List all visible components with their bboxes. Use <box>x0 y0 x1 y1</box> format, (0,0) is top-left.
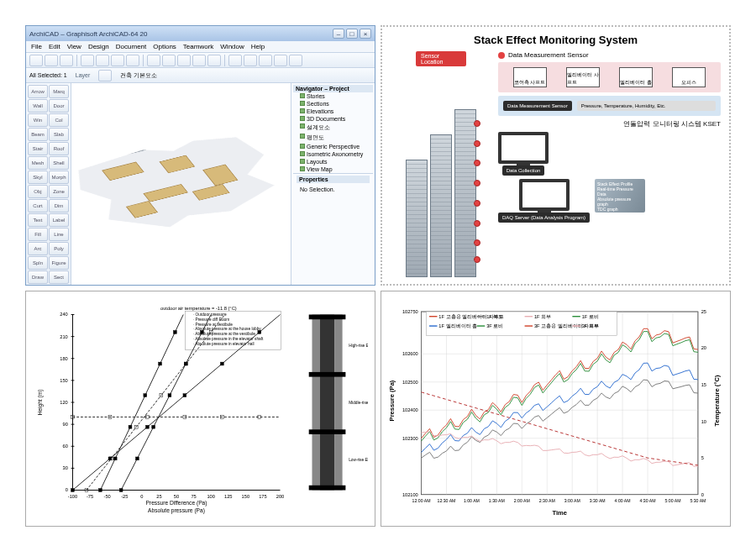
svg-text:90: 90 <box>62 422 67 427</box>
tool-slab[interactable]: Slab <box>49 128 69 141</box>
tool-arrow[interactable]: Arrow <box>28 85 48 98</box>
menu-item[interactable]: Document <box>116 43 146 50</box>
tool-wall[interactable]: Wall <box>28 99 48 113</box>
tool-curtainwall[interactable]: Curt <box>28 199 48 213</box>
tree-item[interactable]: 평면도 <box>293 133 373 143</box>
tree-item[interactable]: Generic Perspective <box>293 143 373 150</box>
tree-item[interactable]: Isometric Axonometry <box>293 150 373 158</box>
tool-window[interactable]: Win <box>28 113 48 127</box>
svg-text:102100: 102100 <box>402 492 418 497</box>
tool-text[interactable]: Text <box>28 213 48 227</box>
svg-text:High-rise Elevator Zone: High-rise Elevator Zone <box>349 344 368 348</box>
close-button[interactable]: × <box>360 29 371 39</box>
toolbar-btn[interactable] <box>81 55 94 66</box>
toolbar-btn[interactable] <box>289 55 302 66</box>
menu-item[interactable]: View <box>67 43 81 50</box>
toolbar-btn[interactable] <box>274 55 287 66</box>
tool-stair[interactable]: Stair <box>28 142 48 155</box>
tool-column[interactable]: Col <box>49 113 69 127</box>
toolbar-btn[interactable] <box>111 55 124 66</box>
toolbar-btn[interactable] <box>177 55 191 66</box>
toolbar-btn[interactable] <box>207 55 221 66</box>
toolbar-btn[interactable] <box>192 55 206 66</box>
tool-fill[interactable]: Fill <box>28 228 48 241</box>
tree-item[interactable]: View Map <box>293 165 373 173</box>
tool-dimension[interactable]: Dim <box>49 199 69 213</box>
menu-item[interactable]: Window <box>220 43 244 50</box>
svg-text:Absolute pressure (Pa): Absolute pressure (Pa) <box>148 507 205 514</box>
sensor-dot-icon <box>498 52 505 59</box>
3d-viewport[interactable] <box>71 83 291 285</box>
tool-drawing[interactable]: Draw <box>28 270 48 284</box>
minimize-button[interactable]: – <box>333 29 344 39</box>
svg-text:· Pressure diff Room: · Pressure diff Room <box>193 318 229 322</box>
tree-item[interactable]: Sections <box>293 100 373 108</box>
svg-text:15: 15 <box>701 382 706 387</box>
menu-item[interactable]: Options <box>153 43 176 50</box>
svg-rect-57 <box>258 331 261 334</box>
laptop-device: Data Collection <box>498 132 549 176</box>
svg-text:5:00 AM: 5:00 AM <box>664 498 680 503</box>
tree-item[interactable]: 설계요소 <box>293 123 373 133</box>
toolbar-btn[interactable] <box>98 70 112 81</box>
menu-item[interactable]: Edit <box>49 43 60 50</box>
svg-rect-61 <box>129 425 132 428</box>
tool-door[interactable]: Door <box>49 99 69 113</box>
tree-item[interactable]: Layouts <box>293 158 373 165</box>
properties-header: Properties <box>297 176 370 183</box>
sensor-dot-icon <box>474 140 480 147</box>
selection-count: All Selected: 1 <box>29 72 67 78</box>
tool-arc[interactable]: Arc <box>28 242 48 255</box>
tool-spline[interactable]: Spln <box>28 256 48 270</box>
toolbar-btn[interactable] <box>244 55 257 66</box>
server-device: DAQ Server (Data Analysis Program) <box>498 179 590 223</box>
menu-item[interactable]: Design <box>88 43 109 50</box>
tool-beam[interactable]: Beam <box>28 128 48 141</box>
svg-text:180: 180 <box>60 356 68 361</box>
building-model-icon <box>56 123 307 244</box>
tool-section[interactable]: Sect <box>49 270 69 284</box>
toolbar-btn[interactable] <box>29 55 43 66</box>
app-title: ArchiCAD – Graphisoft ArchiCAD-64 20 <box>29 30 148 38</box>
svg-text:Low-rise Elevator Zone: Low-rise Elevator Zone <box>349 458 368 462</box>
toolbar-btn[interactable] <box>228 55 242 66</box>
svg-rect-47 <box>309 486 346 491</box>
legend-row: Data Measurement Sensor <box>498 51 721 59</box>
toolbar-btn[interactable] <box>60 55 73 66</box>
room-icon: 엘리베이터 샤프트 <box>566 67 600 87</box>
svg-text:1F 복도: 1F 복도 <box>486 314 503 319</box>
svg-line-51 <box>73 315 281 491</box>
tool-skylight[interactable]: Skyl <box>28 171 48 184</box>
svg-text:0: 0 <box>140 494 143 499</box>
tool-zone[interactable]: Zone <box>49 185 69 198</box>
folder-icon <box>300 123 305 129</box>
svg-text:1F 로비: 1F 로비 <box>582 314 599 319</box>
tool-polyline[interactable]: Poly <box>49 242 69 255</box>
tool-figure[interactable]: Figure <box>49 256 69 270</box>
menu-item[interactable]: Help <box>251 43 265 50</box>
tree-item[interactable]: Stories <box>293 92 373 100</box>
tool-mesh[interactable]: Mesh <box>28 156 48 170</box>
svg-rect-71 <box>201 331 204 334</box>
toolbar-btn[interactable] <box>45 55 58 66</box>
tool-marquee[interactable]: Marq <box>49 85 69 98</box>
toolbar-btn[interactable] <box>126 55 139 66</box>
toolbar-btn[interactable] <box>147 55 160 66</box>
toolbar-btn[interactable] <box>162 55 176 66</box>
room-icon: 오피스 <box>672 67 706 87</box>
tool-label[interactable]: Label <box>49 213 69 227</box>
tool-line[interactable]: Line <box>49 228 69 241</box>
toolbar-btn[interactable] <box>96 55 109 66</box>
menu-item[interactable]: Teamwork <box>183 43 213 50</box>
svg-text:12:00 AM: 12:00 AM <box>412 498 431 503</box>
tool-roof[interactable]: Roof <box>49 142 69 155</box>
tree-item[interactable]: 3D Documents <box>293 115 373 123</box>
toolbar-btn[interactable] <box>259 55 272 66</box>
maximize-button[interactable]: □ <box>346 29 358 39</box>
menu-item[interactable]: File <box>31 43 42 50</box>
tower-icon <box>430 134 452 277</box>
tree-item[interactable]: Elevations <box>293 108 373 115</box>
tool-object[interactable]: Obj <box>28 185 48 198</box>
tool-shell[interactable]: Shell <box>49 156 69 170</box>
svg-text:1:30 AM: 1:30 AM <box>489 498 505 503</box>
